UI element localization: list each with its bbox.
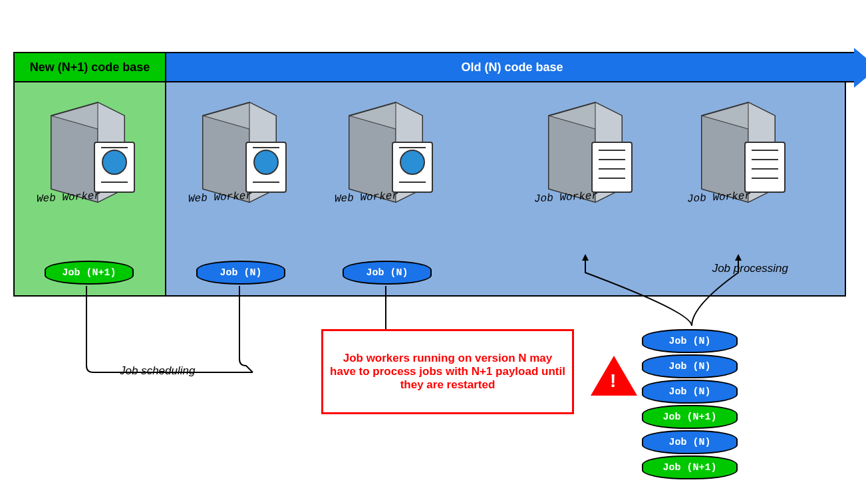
queue-job-cyl: Job (N)	[642, 380, 738, 404]
queue-job-label: Job (N)	[668, 336, 710, 347]
queue-job-cyl: Job (N)	[642, 354, 738, 378]
queue-job-label: Job (N+1)	[662, 462, 716, 473]
job-label: Job (N)	[219, 267, 261, 279]
job-cyl-old-2: Job (N)	[343, 261, 432, 285]
scheduling-label: Job scheduling	[120, 364, 195, 378]
queue-job-label: Job (N)	[668, 437, 710, 448]
queue-stack: Job (N)Job (N)Job (N)Job (N+1)Job (N)Job…	[642, 329, 738, 481]
body-row: Web Worker Job (N+1) Web Worker Job (N)	[13, 82, 846, 297]
header-old-codebase: Old (N) code base	[166, 52, 859, 82]
header-new-label: New (N+1) code base	[30, 61, 150, 74]
header-old-label: Old (N) code base	[461, 61, 563, 74]
queue-job-cyl: Job (N)	[642, 329, 738, 353]
job-cyl-new: Job (N+1)	[45, 261, 134, 285]
svg-point-1	[102, 150, 126, 174]
zone-new: Web Worker Job (N+1)	[13, 82, 166, 297]
queue-job-cyl: Job (N)	[642, 430, 738, 454]
job-cyl-old-1: Job (N)	[196, 261, 285, 285]
queue-job-cyl: Job (N+1)	[642, 405, 738, 429]
job-worker-server-1: Job Worker	[529, 96, 649, 229]
header-row: New (N+1) code base Old (N) code base	[13, 52, 859, 82]
header-new-codebase: New (N+1) code base	[13, 52, 166, 82]
queue-job-label: Job (N+1)	[662, 412, 716, 423]
web-worker-server-new: Web Worker	[31, 96, 151, 229]
job-label: Job (N)	[366, 267, 408, 279]
zone-old: Web Worker Job (N) Web Worker Job (N)	[166, 82, 846, 297]
warning-text: Job workers running on version N may hav…	[329, 352, 567, 392]
queue-job-cyl: Job (N+1)	[642, 455, 738, 479]
svg-point-9	[400, 150, 424, 174]
queue-job-label: Job (N)	[668, 386, 710, 398]
queue-job-label: Job (N)	[668, 361, 710, 372]
web-worker-server-old-1: Web Worker	[183, 96, 303, 229]
web-worker-server-old-2: Web Worker	[329, 96, 449, 229]
processing-label: Job processing	[712, 262, 788, 275]
arrow-tip-icon	[854, 48, 866, 88]
svg-point-5	[254, 150, 278, 174]
job-worker-server-2: Job Worker	[682, 96, 801, 229]
job-label: Job (N+1)	[62, 267, 116, 279]
warning-box: Job workers running on version N may hav…	[321, 329, 574, 414]
warning-icon	[591, 356, 637, 396]
